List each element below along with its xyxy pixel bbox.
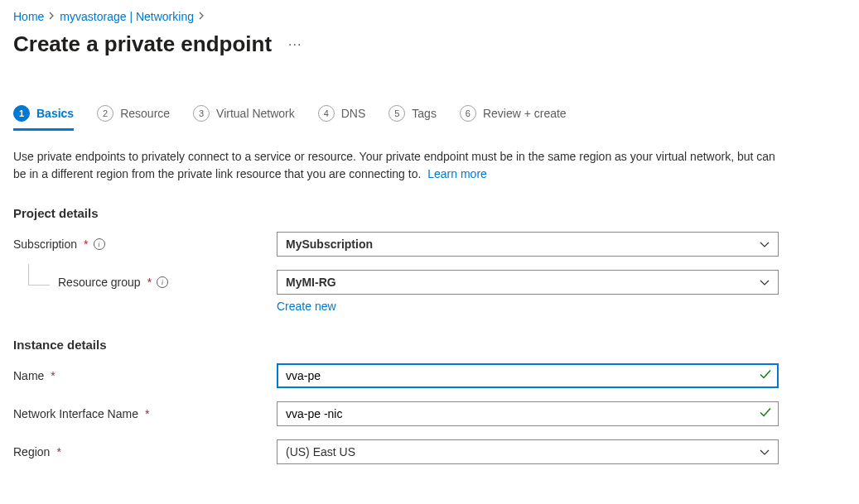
- section-project-details: Project details: [13, 206, 846, 220]
- breadcrumb: Home myvastorage | Networking: [13, 10, 846, 23]
- tab-tags[interactable]: 5 Tags: [388, 105, 437, 131]
- create-new-link[interactable]: Create new: [277, 300, 336, 313]
- required-asterisk: *: [51, 369, 55, 382]
- page-title-row: Create a private endpoint ···: [13, 31, 846, 57]
- required-asterisk: *: [145, 407, 149, 420]
- chevron-down-icon: [760, 276, 770, 289]
- subscription-select[interactable]: MySubscription: [277, 232, 779, 257]
- nic-name-row: Network Interface Name *: [13, 401, 846, 426]
- wizard-tabs: 1 Basics 2 Resource 3 Virtual Network 4 …: [13, 105, 846, 132]
- name-label: Name *: [13, 369, 277, 382]
- tab-number-icon: 1: [13, 105, 30, 122]
- label-text: Resource group: [58, 276, 141, 289]
- tab-label: DNS: [341, 107, 366, 120]
- nic-name-label: Network Interface Name *: [13, 407, 277, 420]
- tab-label: Review + create: [483, 107, 567, 120]
- tab-number-icon: 2: [97, 105, 113, 122]
- tab-resource[interactable]: 2 Resource: [97, 105, 170, 131]
- resource-group-row: Resource group * i MyMI-RG: [13, 270, 846, 295]
- tab-number-icon: 6: [460, 105, 476, 122]
- select-value: MySubscription: [286, 238, 373, 251]
- tab-label: Basics: [36, 107, 74, 120]
- page-title: Create a private endpoint: [13, 31, 272, 57]
- required-asterisk: *: [84, 238, 88, 251]
- select-value: MyMI-RG: [286, 276, 336, 289]
- chevron-right-icon: [199, 11, 205, 22]
- name-input[interactable]: [277, 363, 779, 388]
- tab-number-icon: 3: [193, 105, 210, 122]
- label-text: Region: [13, 445, 50, 458]
- info-icon[interactable]: i: [157, 276, 168, 288]
- breadcrumb-home[interactable]: Home: [13, 10, 44, 23]
- label-text: Network Interface Name: [13, 407, 138, 420]
- region-row: Region * (US) East US: [13, 439, 846, 464]
- tab-review-create[interactable]: 6 Review + create: [460, 105, 567, 131]
- required-asterisk: *: [56, 445, 60, 458]
- indent-elbow-icon: [28, 264, 50, 286]
- label-text: Name: [13, 369, 44, 382]
- region-select[interactable]: (US) East US: [277, 439, 779, 464]
- nic-name-input[interactable]: [277, 401, 779, 426]
- label-text: Subscription: [13, 238, 77, 251]
- tab-basics[interactable]: 1 Basics: [13, 105, 74, 131]
- chevron-down-icon: [760, 238, 770, 251]
- subscription-row: Subscription * i MySubscription: [13, 232, 846, 257]
- tab-number-icon: 5: [388, 105, 405, 122]
- intro-text: Use private endpoints to privately conne…: [13, 148, 775, 183]
- learn-more-link[interactable]: Learn more: [427, 167, 487, 180]
- tab-dns[interactable]: 4 DNS: [318, 105, 366, 131]
- create-new-row: Create new: [13, 300, 846, 313]
- tab-label: Virtual Network: [216, 107, 295, 120]
- tab-virtual-network[interactable]: 3 Virtual Network: [193, 105, 295, 131]
- section-instance-details: Instance details: [13, 338, 846, 352]
- select-value: (US) East US: [286, 445, 355, 458]
- resource-group-select[interactable]: MyMI-RG: [277, 270, 779, 295]
- region-label: Region *: [13, 445, 277, 458]
- tab-label: Resource: [120, 107, 170, 120]
- tab-label: Tags: [412, 107, 437, 120]
- tab-number-icon: 4: [318, 105, 335, 122]
- required-asterisk: *: [147, 276, 152, 289]
- info-icon[interactable]: i: [94, 238, 105, 250]
- breadcrumb-resource[interactable]: myvastorage | Networking: [60, 10, 194, 23]
- more-actions-button[interactable]: ···: [285, 34, 305, 55]
- chevron-down-icon: [760, 445, 770, 458]
- intro-body: Use private endpoints to privately conne…: [13, 150, 775, 180]
- chevron-right-icon: [49, 11, 55, 22]
- subscription-label: Subscription * i: [13, 238, 277, 251]
- resource-group-label: Resource group * i: [13, 276, 277, 289]
- name-row: Name *: [13, 363, 846, 388]
